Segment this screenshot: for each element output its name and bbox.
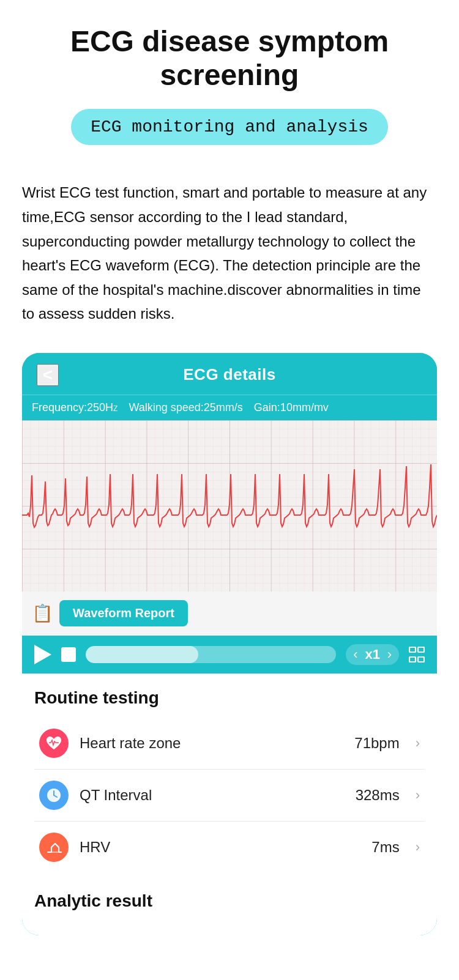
analytic-section-title: Analytic result [34, 891, 425, 911]
waveform-report-button[interactable]: Waveform Report [59, 600, 188, 626]
ecg-card: < ECG details Frequency: 250H Z Walking … [22, 353, 437, 935]
qt-interval-value: 328ms [356, 787, 400, 804]
analytic-section: Analytic result [22, 879, 437, 935]
qt-interval-icon [39, 781, 69, 810]
hrv-icon [39, 833, 69, 862]
progress-bar[interactable] [86, 646, 336, 663]
ecg-grid-svg [22, 420, 437, 592]
qt-interval-chevron: › [416, 787, 420, 803]
svg-rect-3 [409, 647, 416, 652]
routine-section-title: Routine testing [34, 688, 425, 708]
heart-rate-icon [39, 729, 69, 758]
walking-speed-label: Walking speed:25mm/s [129, 401, 242, 414]
hrv-item[interactable]: HRV 7ms › [34, 822, 425, 873]
ecg-info-bar: Frequency: 250H Z Walking speed:25mm/s G… [22, 395, 437, 420]
heart-icon-svg [45, 735, 62, 752]
svg-rect-6 [418, 657, 424, 662]
play-button[interactable] [34, 645, 51, 664]
hrv-icon-svg [45, 839, 62, 856]
stop-button[interactable] [61, 647, 76, 662]
report-icon: 📋 [32, 603, 53, 623]
qt-interval-label: QT Interval [80, 787, 345, 804]
ecg-header: < ECG details [22, 353, 437, 395]
controls-bar: ‹ x1 › [22, 636, 437, 674]
back-button[interactable]: < [37, 364, 59, 386]
waveform-report-row: 📋 Waveform Report [22, 592, 437, 636]
page-title: ECG disease symptom screening [22, 24, 437, 92]
fullscreen-icon [409, 647, 425, 663]
qt-interval-item[interactable]: QT Interval 328ms › [34, 770, 425, 822]
description-text: Wrist ECG test function, smart and porta… [22, 180, 437, 326]
speed-increase-button[interactable]: › [387, 647, 392, 663]
speed-control: ‹ x1 › [346, 644, 399, 665]
progress-bar-fill [86, 646, 198, 663]
heart-rate-value: 71bpm [354, 735, 399, 752]
svg-rect-4 [418, 647, 424, 652]
ecg-header-title: ECG details [59, 365, 400, 384]
routine-section: Routine testing Heart rate zone 71bpm › [22, 674, 437, 879]
hrv-chevron: › [416, 839, 420, 855]
play-icon [34, 645, 51, 664]
speed-decrease-button[interactable]: ‹ [353, 647, 357, 663]
frequency-value: 250H [87, 401, 113, 414]
frequency-display: Frequency: 250H Z [32, 401, 118, 414]
svg-rect-5 [409, 657, 416, 662]
gain-label: Gain:10mm/mv [254, 401, 329, 414]
fullscreen-button[interactable] [409, 647, 425, 663]
stop-icon [61, 647, 76, 662]
heart-rate-label: Heart rate zone [80, 735, 343, 752]
heart-rate-item[interactable]: Heart rate zone 71bpm › [34, 718, 425, 770]
ecg-graph [22, 420, 437, 592]
hrv-value: 7ms [371, 839, 399, 856]
hrv-label: HRV [80, 839, 360, 856]
frequency-sub: Z [113, 404, 118, 413]
clock-icon-svg [45, 787, 62, 804]
heart-rate-chevron: › [416, 735, 420, 751]
subtitle-badge: ECG monitoring and analysis [71, 109, 388, 145]
frequency-label: Frequency: [32, 401, 87, 414]
speed-value: x1 [364, 647, 381, 663]
